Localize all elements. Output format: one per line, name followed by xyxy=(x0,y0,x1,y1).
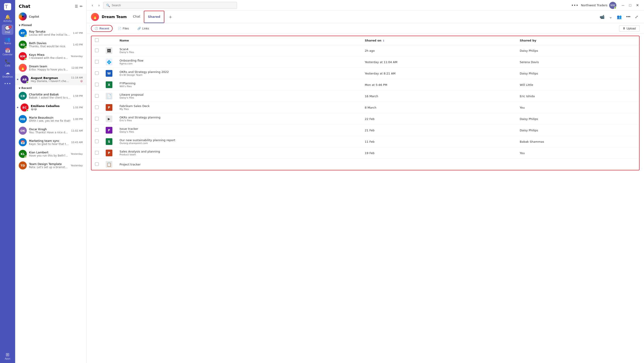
sidebar-item-calendar[interactable]: 📅 Calendar xyxy=(2,47,14,57)
row-icon-cell: P xyxy=(102,125,116,136)
search-input[interactable] xyxy=(112,4,234,7)
chat-preview: You: Thanks! Have a nice day, I... xyxy=(29,131,69,134)
col-header-checkbox xyxy=(92,36,102,45)
row-checkbox[interactable] xyxy=(95,117,98,120)
recent-arrow-icon[interactable]: ▼ xyxy=(19,87,20,90)
table-row[interactable]: ▶ OKRs and Strategy planning Eric's file… xyxy=(92,113,639,125)
filter-icon[interactable]: ☰ xyxy=(75,4,78,8)
table-row[interactable]: 💠 Onboarding flow figma.com Yesterday at… xyxy=(92,56,639,68)
onedrive-icon: ☁ xyxy=(5,70,10,75)
chat-name: Ray Tanaka xyxy=(29,30,71,33)
table-row[interactable]: 📋 Project tracker xyxy=(92,159,639,170)
row-checkbox[interactable] xyxy=(95,83,98,86)
row-checkbox[interactable] xyxy=(95,60,98,64)
chat-item-kian[interactable]: KL Kian Lambert Have you run this by Bet… xyxy=(15,148,86,160)
sidebar-item-more[interactable]: ••• xyxy=(2,80,14,87)
status-badge xyxy=(24,35,27,37)
close-button[interactable]: ✕ xyxy=(634,2,640,8)
table-row[interactable]: P Sales Analysis and planning Product te… xyxy=(92,148,639,159)
chat-item-marie[interactable]: MB Marie Beaudouin Ohhh I see, yes let m… xyxy=(15,113,86,125)
pinned-arrow-icon[interactable]: ▼ xyxy=(19,24,20,26)
sub-header: 🕐 Recent 📄 Files 🔗 Links ⬆ Upload xyxy=(86,23,644,34)
row-checkbox[interactable] xyxy=(95,151,98,154)
chat-time: 1:47 PM xyxy=(73,32,83,34)
filter-recent-button[interactable]: 🕐 Recent xyxy=(91,25,112,32)
row-name-cell: Scan4 Daisy's files xyxy=(116,45,361,56)
avatar: 📅 xyxy=(19,138,27,146)
file-name: Issue tracker xyxy=(120,127,358,130)
chat-item-ray[interactable]: RT Ray Tanaka Louisa will send the initi… xyxy=(15,27,86,39)
table-row[interactable]: P Issue tracker Daisy's files 21 Feb Dai… xyxy=(92,125,639,136)
filter-links-button[interactable]: 🔗 Links xyxy=(134,25,152,32)
table-row[interactable]: 📄 Litware proposal Daisy's files 16 Marc… xyxy=(92,90,639,102)
row-shared-on-cell: 22 Feb xyxy=(361,113,516,125)
sidebar-item-calls[interactable]: 📞 Calls xyxy=(2,58,14,68)
chat-item-teamdesign[interactable]: TD Team Design Template Reta: Let's set … xyxy=(15,160,86,171)
row-checkbox[interactable] xyxy=(95,162,98,166)
chat-preview: Hey Daniela, I haven't checked... xyxy=(31,80,69,83)
compose-icon[interactable]: ✏ xyxy=(80,4,83,8)
row-checkbox[interactable] xyxy=(95,106,98,109)
user-avatar[interactable]: NW xyxy=(609,2,616,9)
table-row[interactable]: X FYPlanning Will's files Mon at 5:46 PM… xyxy=(92,79,639,90)
chat-item-dream[interactable]: 🔥 Dream team Erika: Happy to have you ba… xyxy=(15,62,86,74)
sidebar-item-chat[interactable]: 💬 1 Chat xyxy=(2,24,14,35)
chat-item-charlotte[interactable]: CB Charlotte and Babak Babak: I asked th… xyxy=(15,90,86,102)
chat-item-marketing[interactable]: 📅 Marketing team sync Kayo: So glad to h… xyxy=(15,136,86,148)
chat-item-august[interactable]: AB August Bergman Hey Daniela, I haven't… xyxy=(15,74,86,85)
row-checkbox[interactable] xyxy=(95,71,98,75)
restore-button[interactable]: □ xyxy=(627,2,633,8)
tab-chat[interactable]: Chat xyxy=(129,11,144,23)
window-controls: ─ □ ✕ xyxy=(620,2,640,8)
pop-out-button[interactable]: ⤢ xyxy=(634,13,640,21)
more-menu-button[interactable]: ••• xyxy=(570,2,579,8)
sidebar-item-activity[interactable]: 🔔 Activity xyxy=(2,14,14,24)
sidebar-item-onedrive[interactable]: ☁ OneDrive xyxy=(2,69,14,80)
table-row[interactable]: S Our new sustainability planning report… xyxy=(92,136,639,148)
call-dropdown-button[interactable]: ⌄ xyxy=(608,13,614,21)
filter-files-button[interactable]: 📄 Files xyxy=(114,25,132,32)
chat-item-oscar[interactable]: OK Oscar Krogh You: Thanks! Have a nice … xyxy=(15,125,86,136)
chat-item-copilot[interactable]: ✦ Copilot xyxy=(15,11,86,22)
add-tab-button[interactable]: + xyxy=(167,11,174,23)
chat-item-kayo[interactable]: KM Kayo Miwa I reviewed with the client … xyxy=(15,50,86,62)
more-button[interactable]: ••• xyxy=(625,13,632,20)
forward-button[interactable]: › xyxy=(96,2,101,8)
people-button[interactable]: 👥 xyxy=(616,13,623,21)
sidebar-item-teams[interactable]: 👥 Teams xyxy=(2,36,14,46)
row-icon-cell: 📋 xyxy=(102,159,116,170)
shared-by-value: Babak Shammas xyxy=(520,140,544,143)
avatar: KM xyxy=(19,52,27,60)
select-all-checkbox[interactable] xyxy=(95,38,98,42)
back-button[interactable]: ‹ xyxy=(90,2,95,8)
row-icon-cell: 💠 xyxy=(102,56,116,68)
chat-item-emiliano[interactable]: EC Emiliano Ceballos 😂😂 1:55 PM xyxy=(15,102,86,113)
video-call-button[interactable]: 📹 xyxy=(598,13,606,21)
recent-label: Recent xyxy=(100,27,109,30)
chat-name: Marketing team sync xyxy=(29,139,69,142)
file-source: My files xyxy=(120,108,358,110)
tab-chat-label: Chat xyxy=(133,15,140,18)
file-source: Will's files xyxy=(120,85,358,88)
upload-button[interactable]: ⬆ Upload xyxy=(619,25,640,32)
chat-item-beth[interactable]: BD Beth Davies Thanks, that would be nic… xyxy=(15,39,86,50)
table-row[interactable]: 🖼 Scan4 Daisy's files 2h ago Daisy Phili… xyxy=(92,45,639,56)
chat-list: ✦ Copilot ▼ Pinned RT Ray Tanaka Louisa … xyxy=(15,11,86,363)
minimize-button[interactable]: ─ xyxy=(620,2,626,8)
col-header-shared-on[interactable]: Shared on ↓ xyxy=(361,36,516,45)
row-checkbox[interactable] xyxy=(95,140,98,143)
user-status-dot xyxy=(614,7,616,9)
row-checkbox[interactable] xyxy=(95,128,98,132)
tab-shared[interactable]: Shared xyxy=(144,11,164,23)
copilot-name: Copilot xyxy=(29,15,83,18)
row-checkbox[interactable] xyxy=(95,94,98,98)
table-row[interactable]: W OKRs and Strategy planning 2022 D+W De… xyxy=(92,68,639,79)
avatar: MB xyxy=(19,115,27,123)
chat-time: 10:43 AM xyxy=(71,141,83,144)
shared-by-value: Serena Davis xyxy=(520,60,539,64)
sidebar-item-apps[interactable]: ⊞ Apps xyxy=(2,351,14,361)
table-row[interactable]: P Fabrikam Sales Deck My files 8 March Y… xyxy=(92,102,639,113)
links-label: Links xyxy=(142,27,149,30)
row-checkbox[interactable] xyxy=(95,48,98,52)
chat-meta: 12:00 PM xyxy=(71,66,83,69)
